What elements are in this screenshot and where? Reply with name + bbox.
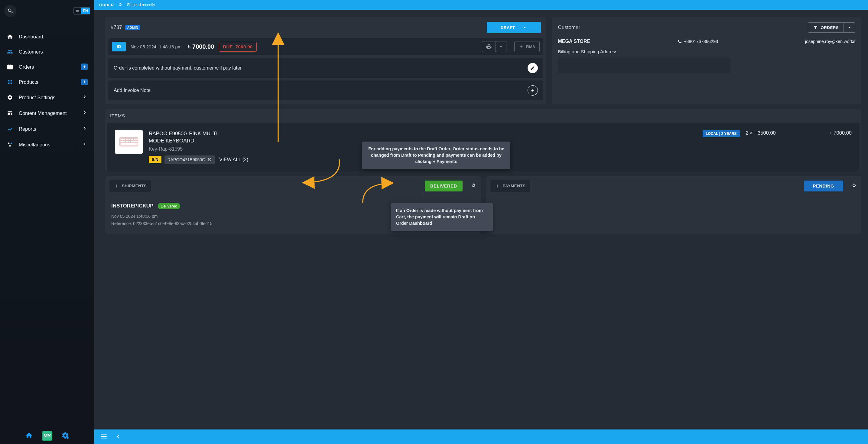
home-icon [7, 33, 13, 40]
section-title: ORDER [99, 3, 114, 7]
chevron-right-icon [82, 141, 88, 148]
nav-label: Miscellaneous [19, 142, 51, 148]
shipment-status-pill: Delivered [158, 203, 181, 209]
items-title: ITEMS [105, 109, 861, 123]
sidebar-item-products[interactable]: Products + [0, 75, 94, 90]
customer-title: Customer [558, 25, 580, 31]
order-note-row: Order is completed without payment, cust… [108, 58, 543, 78]
nav-label: Product Settings [19, 95, 55, 100]
lang-en[interactable]: EN [81, 7, 90, 14]
payments-label: PAYMENTS [503, 184, 526, 188]
item-thumbnail[interactable] [115, 130, 143, 154]
customer-store: MEGA STORE [558, 39, 590, 44]
chevron-right-icon [82, 110, 88, 117]
order-datetime: Nov 05 2024, 1:48:16 pm [131, 44, 181, 49]
chevron-down-icon [847, 25, 852, 30]
add-shipment-button[interactable]: SHIPMENTS [110, 180, 151, 192]
svg-rect-9 [131, 139, 133, 141]
print-dropdown[interactable] [496, 41, 506, 52]
print-button[interactable] [482, 41, 496, 52]
sidebar-item-content-management[interactable]: Content Management [0, 105, 94, 121]
payments-card: PAYMENTS PENDING [486, 176, 862, 234]
sidebar-item-customers[interactable]: Customers [0, 44, 94, 59]
shipment-title: INSTOREPICKUP [111, 203, 154, 209]
nav-label: Customers [19, 49, 43, 55]
menu-button[interactable] [100, 433, 107, 441]
order-status-dropdown[interactable]: DRAFT [487, 22, 541, 33]
filter-icon [813, 25, 818, 30]
bottom-settings-button[interactable] [61, 432, 69, 440]
refresh-shipments-button[interactable] [470, 182, 476, 189]
sidebar-item-product-settings[interactable]: Product Settings [0, 90, 94, 105]
pending-chip[interactable]: PENDING [804, 181, 843, 191]
sidebar-item-dashboard[interactable]: Dashboard [0, 29, 94, 44]
chevron-left-icon [115, 433, 122, 440]
svg-rect-11 [121, 141, 123, 143]
refresh-icon [851, 182, 857, 188]
plus-icon [519, 44, 524, 49]
add-invoice-note-row[interactable]: Add Invoice Note [108, 81, 543, 100]
content-icon [7, 110, 13, 116]
add-invoice-note-button[interactable] [528, 85, 538, 95]
fetch-status: Fetched recently [127, 3, 155, 7]
reports-icon [7, 125, 13, 132]
item-total: ৳ 7000.00 [830, 130, 852, 136]
bottom-home-button[interactable] [25, 432, 33, 440]
svg-rect-6 [123, 139, 125, 141]
sidebar-nav: Dashboard Customers Orders + Products + … [0, 20, 94, 152]
refresh-payments-button[interactable] [851, 182, 857, 189]
view-all-serials[interactable]: VIEW ALL (2) [219, 157, 248, 162]
sidebar-item-reports[interactable]: Reports [0, 121, 94, 137]
order-status-label: DRAFT [501, 25, 515, 30]
svg-rect-8 [128, 139, 131, 141]
item-qty: 2 × ৳ 3500.00 [746, 130, 776, 136]
back-button[interactable] [115, 433, 122, 441]
pencil-icon [530, 66, 535, 70]
warranty-badge: LOCAL | 2 YEARS [703, 130, 740, 137]
plus-icon [114, 184, 119, 188]
delivered-chip: DELIVERED [425, 181, 462, 191]
serial-chip[interactable]: RAPOO471E9050G [164, 155, 215, 164]
add-payment-button[interactable]: PAYMENTS [490, 180, 530, 192]
sidebar-search-button[interactable] [4, 5, 16, 17]
item-name: RAPOO E9050G PINK MULTI-MODE KEYBOARD [149, 130, 221, 145]
add-order-button[interactable]: + [81, 63, 88, 70]
refresh-icon[interactable] [118, 2, 123, 8]
add-invoice-note-label: Add Invoice Note [114, 88, 151, 93]
order-amount: ৳ 7000.00 [188, 43, 214, 50]
id-chip[interactable]: ID [112, 42, 126, 52]
sidebar-item-miscellaneous[interactable]: Miscellaneous [0, 137, 94, 152]
orders-dropdown[interactable] [844, 22, 855, 33]
lang-bn[interactable]: বাং [74, 7, 81, 14]
svg-rect-7 [126, 139, 128, 141]
nav-label: Products [19, 79, 38, 85]
edit-note-button[interactable] [528, 63, 538, 73]
nav-label: Reports [19, 126, 36, 132]
order-number: #737 [111, 25, 122, 31]
orders-icon [7, 63, 13, 70]
orders-button[interactable]: ORDERS [808, 22, 844, 33]
customer-phone: +8801767366293 [677, 39, 718, 44]
language-toggle[interactable]: বাং EN [73, 7, 90, 14]
topbar: ORDER Fetched recently [94, 0, 868, 10]
hamburger-icon [100, 433, 107, 440]
rma-button[interactable]: RMA [514, 41, 540, 52]
chevron-right-icon [82, 94, 88, 101]
search-icon [7, 8, 13, 14]
print-icon [486, 43, 492, 50]
chevron-right-icon [82, 125, 88, 132]
address-box[interactable] [558, 57, 730, 73]
nav-label: Content Management [19, 110, 67, 116]
phone-icon [677, 39, 682, 44]
svg-point-3 [66, 437, 69, 439]
svg-rect-14 [128, 141, 131, 143]
gear-icon [7, 94, 13, 101]
address-label: Billing and Shipping Address [558, 49, 855, 54]
svg-rect-16 [121, 143, 137, 145]
add-product-button[interactable]: + [81, 79, 88, 85]
customer-email: josephine.roy@xen.works [805, 39, 855, 44]
sidebar-item-orders[interactable]: Orders + [0, 59, 94, 75]
bottom-ms-button[interactable]: MS [42, 431, 52, 441]
svg-rect-15 [131, 141, 137, 143]
order-note-text: Order is completed without payment, cust… [114, 65, 242, 71]
